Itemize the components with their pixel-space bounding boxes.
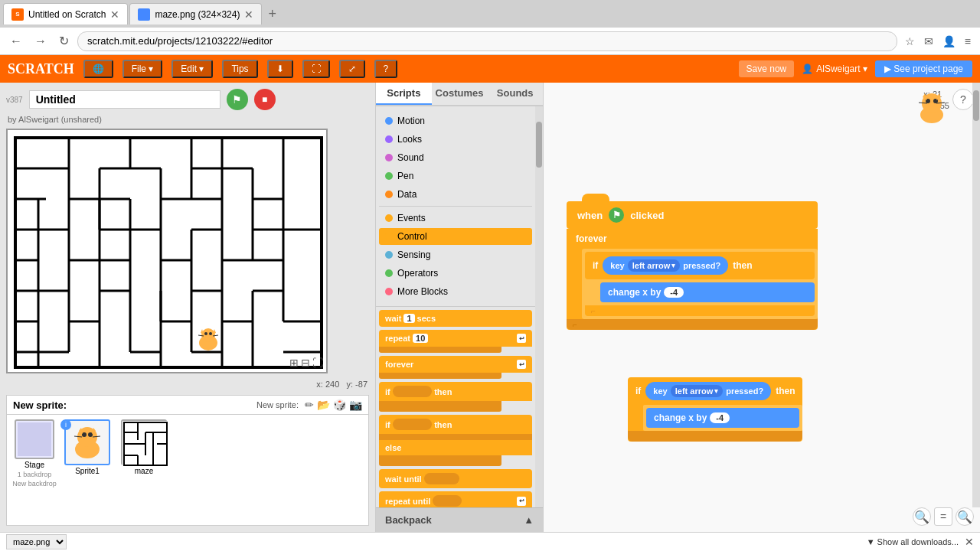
project-title-input[interactable] — [29, 90, 220, 109]
category-pen[interactable]: Pen — [379, 168, 532, 184]
scripts-scrollbar[interactable] — [535, 106, 543, 507]
new-tab-button[interactable]: + — [263, 6, 281, 22]
tab-maze[interactable]: maze.png (324×324) ✕ — [129, 3, 262, 24]
category-sensing[interactable]: Sensing — [379, 246, 532, 263]
surprise-sprite-button[interactable]: 🎲 — [333, 399, 346, 411]
upload-sprite-button[interactable]: 📂 — [317, 399, 330, 411]
nav-edit[interactable]: Edit ▾ — [172, 60, 213, 78]
svg-rect-72 — [18, 422, 51, 456]
nav-tips[interactable]: Tips — [222, 60, 257, 78]
tab-scratch[interactable]: S Untitled on Scratch ✕ — [3, 3, 128, 24]
stop-button[interactable]: ■ — [254, 89, 276, 110]
back-button[interactable]: ← — [6, 33, 26, 50]
condition-block-2[interactable]: key left arrow ▾ pressed? — [645, 382, 771, 400]
forever-block-wrap[interactable]: forever ↩ — [379, 356, 532, 379]
forward-button[interactable]: → — [31, 33, 51, 50]
when-clicked-block[interactable]: when ⚑ clicked — [567, 201, 818, 229]
sprite1-thumbnail — [64, 419, 110, 465]
category-motion[interactable]: Motion — [379, 112, 532, 129]
condition-block-1[interactable]: key left arrow ▾ pressed? — [603, 256, 728, 275]
category-looks[interactable]: Looks — [379, 131, 532, 148]
shrink-stage-button[interactable]: ⊞ — [289, 357, 299, 369]
nav-help[interactable]: ? — [374, 60, 398, 78]
wait-block[interactable]: wait 1 secs — [379, 310, 532, 327]
author-info: by AlSweigart (unshared) — [8, 115, 369, 124]
zoom-in-button[interactable]: 🔍 — [956, 507, 974, 526]
sprite1-badge: i — [60, 419, 71, 430]
category-control[interactable]: Control — [379, 228, 532, 245]
tab-costumes[interactable]: Costumes — [432, 83, 488, 105]
nav-download[interactable]: ⬇ — [267, 60, 293, 78]
zoom-controls: 🔍 = 🔍 — [913, 507, 974, 526]
if-detached-container[interactable]: if key left arrow ▾ pressed? then — [628, 377, 802, 442]
dismiss-download-button[interactable]: ✕ — [965, 536, 974, 548]
nav-globe[interactable]: 🌐 — [83, 60, 113, 78]
download-status[interactable]: ▼ Show all downloads... — [867, 537, 959, 546]
paint-sprite-button[interactable]: ✏ — [305, 399, 314, 411]
change-x-block-2[interactable]: change x by -4 — [646, 408, 799, 428]
events-dot — [385, 214, 393, 222]
tab-maze-close[interactable]: ✕ — [244, 8, 253, 21]
enlarge-stage-button[interactable]: ⊟ — [301, 357, 310, 369]
key-value-1: left arrow — [632, 261, 671, 270]
tab-scripts[interactable]: Scripts — [376, 83, 432, 105]
code-scrollbar[interactable] — [972, 83, 980, 507]
clicked-label: clicked — [630, 210, 664, 221]
see-project-button[interactable]: ▶ See project page — [875, 60, 972, 77]
maze-item[interactable]: maze — [117, 419, 171, 475]
key-dropdown-2[interactable]: left arrow ▾ — [671, 385, 724, 397]
category-operators[interactable]: Operators — [379, 265, 532, 282]
scratch-app: SCRATCH 🌐 File ▾ Edit ▾ Tips ⬇ ⛶ ⤢ ? Sav… — [0, 55, 980, 551]
menu-button[interactable]: ≡ — [962, 34, 974, 49]
svg-point-75 — [82, 432, 87, 437]
key-label-2: key — [653, 386, 667, 396]
zoom-reset-button[interactable]: = — [934, 507, 952, 526]
repeat-num: 10 — [413, 334, 428, 343]
zoom-out-button[interactable]: 🔍 — [913, 507, 931, 526]
scripts-tabs: Scripts Costumes Sounds — [376, 83, 543, 106]
category-sound[interactable]: Sound — [379, 149, 532, 166]
url-input[interactable] — [77, 31, 897, 51]
backpack-bar[interactable]: Backpack ▲ — [376, 507, 543, 532]
scripts-scroll-thumb[interactable] — [536, 122, 542, 168]
person-button[interactable]: 👤 — [939, 34, 959, 49]
nav-expand[interactable]: ⤢ — [339, 60, 365, 78]
if-then-block[interactable]: if key left arrow ▾ pressed? — [585, 252, 815, 279]
star-button[interactable]: ☆ — [902, 34, 918, 49]
file-select[interactable]: maze.png — [6, 534, 67, 549]
save-now-button[interactable]: Save now — [739, 60, 795, 77]
nav-file[interactable]: File ▾ — [122, 60, 163, 78]
change-x-block-1[interactable]: change x by -4 — [600, 282, 815, 302]
reload-button[interactable]: ↻ — [55, 32, 73, 50]
key-dropdown-1[interactable]: left arrow ▾ — [628, 259, 681, 272]
repeat-until-block-wrap[interactable]: repeat until ↩ — [379, 491, 532, 507]
category-data[interactable]: Data — [379, 186, 532, 203]
camera-sprite-button[interactable]: 📷 — [349, 399, 362, 411]
help-button[interactable]: ? — [952, 89, 974, 110]
stage-item[interactable]: Stage 1 backdrop New backdrop — [11, 419, 57, 487]
sprite1-item[interactable]: i — [60, 419, 114, 475]
tab-sounds[interactable]: Sounds — [487, 83, 543, 105]
nav-fullscreen[interactable]: ⛶ — [302, 60, 330, 78]
stage-coordinates: x: 240 y: -87 — [6, 378, 369, 390]
hat-block-container: when ⚑ clicked — [567, 201, 818, 229]
if-else-block-wrap[interactable]: if then else — [379, 415, 532, 466]
repeat-block-wrap[interactable]: repeat 10 ↩ — [379, 330, 532, 353]
sensing-dot — [385, 251, 393, 259]
stop-icon: ■ — [262, 94, 267, 105]
code-scroll-thumb[interactable] — [973, 90, 979, 121]
category-events[interactable]: Events — [379, 210, 532, 227]
green-flag-button[interactable]: ⚑ — [227, 89, 248, 110]
category-more[interactable]: More Blocks — [379, 283, 532, 300]
mail-button[interactable]: ✉ — [921, 34, 936, 49]
forever-label: forever — [385, 360, 413, 369]
categories-divider — [379, 206, 532, 207]
wait-until-block[interactable]: wait until — [379, 469, 532, 488]
tab-scratch-close[interactable]: ✕ — [110, 8, 119, 21]
forever-container[interactable]: forever if key left arrow — [567, 229, 818, 330]
user-info: 👤 AlSweigart ▾ — [802, 64, 867, 74]
if-block-wrap[interactable]: if then — [379, 382, 532, 412]
category-pen-label: Pen — [397, 171, 413, 181]
fullscreen-stage-button[interactable]: ⛶ — [312, 357, 323, 369]
repeat-until-label: repeat until — [385, 497, 430, 506]
